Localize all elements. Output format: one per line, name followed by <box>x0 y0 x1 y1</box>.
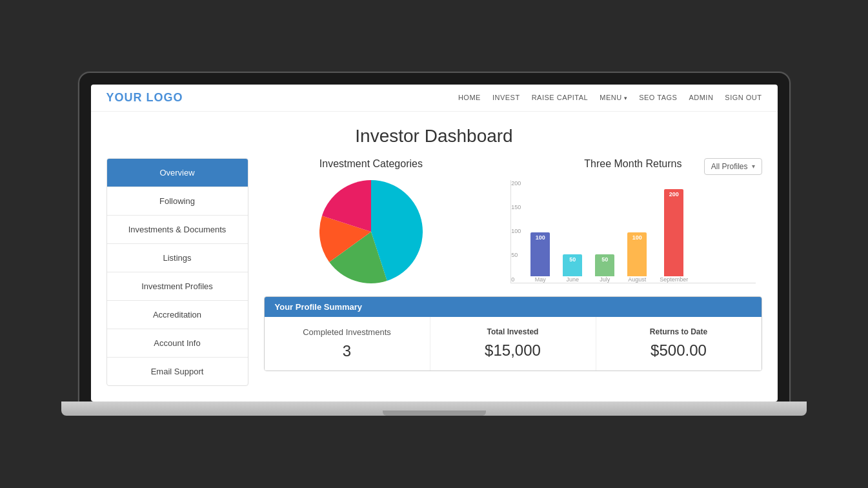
pie-chart-section: Investment Categories <box>264 158 479 283</box>
summary-cell-value: $500.00 <box>612 341 746 360</box>
summary-cell-value: 3 <box>280 342 414 360</box>
sidebar-item-following[interactable]: Following <box>107 187 248 216</box>
charts-row: Investment Categories Three Month Return… <box>264 158 762 283</box>
sidebar-item-overview[interactable]: Overview <box>107 159 248 187</box>
profiles-dropdown-container: All Profiles ▾ <box>704 158 762 175</box>
content-area: Investment Categories Three Month Return… <box>248 158 762 386</box>
sidebar-item-account-info[interactable]: Account Info <box>107 329 248 358</box>
bar-element: 50 <box>563 254 582 276</box>
bar-chart-section: Three Month Returns 200150100500 100May5… <box>504 158 762 283</box>
sidebar: OverviewFollowingInvestments & Documents… <box>106 158 248 386</box>
pie-chart-svg <box>319 180 423 283</box>
sidebar-item-accreditation[interactable]: Accreditation <box>107 301 248 329</box>
laptop-screen: YOUR LOGO HOMEINVESTRAISE CAPITALMENUSEO… <box>91 85 778 402</box>
summary-section: Your Profile Summary Completed Investmen… <box>264 296 762 371</box>
bar-value-label: 100 <box>632 234 642 241</box>
sidebar-item-listings[interactable]: Listings <box>107 244 248 272</box>
nav-link-invest[interactable]: INVEST <box>492 94 520 101</box>
summary-body: Completed Investments3Total Invested$15,… <box>265 317 762 371</box>
main-layout: OverviewFollowingInvestments & Documents… <box>91 158 778 402</box>
logo: YOUR LOGO <box>106 91 183 105</box>
bar-y-label: 0 <box>511 276 521 283</box>
pie-chart-title: Investment Categories <box>319 158 423 170</box>
page-title-section: Investor Dashboard <box>91 112 778 158</box>
bar-value-label: 50 <box>601 256 608 263</box>
bar-value-label: 50 <box>569 256 576 263</box>
bar-y-label: 100 <box>511 228 521 234</box>
top-nav: YOUR LOGO HOMEINVESTRAISE CAPITALMENUSEO… <box>91 85 778 112</box>
summary-cell-label: Returns to Date <box>612 327 746 336</box>
bar-element: 100 <box>627 232 647 276</box>
nav-link-home[interactable]: HOME <box>458 94 481 101</box>
sidebar-item-email-support[interactable]: Email Support <box>107 358 248 385</box>
nav-link-raise-capital[interactable]: RAISE CAPITAL <box>532 94 589 101</box>
bar-y-label: 150 <box>511 204 521 210</box>
summary-cell-0: Completed Investments3 <box>265 317 430 371</box>
nav-link-admin[interactable]: ADMIN <box>689 94 713 101</box>
laptop-bezel: YOUR LOGO HOMEINVESTRAISE CAPITALMENUSEO… <box>79 73 789 402</box>
nav-link-seo-tags[interactable]: SEO TAGS <box>639 94 677 101</box>
bar-col-august: 100August <box>627 180 647 283</box>
bar-col-june: 50June <box>563 180 582 283</box>
laptop-base <box>61 402 807 416</box>
nav-link-sign-out[interactable]: SIGN OUT <box>725 94 762 101</box>
bar-element: 200 <box>664 189 683 276</box>
sidebar-item-investment-profiles[interactable]: Investment Profiles <box>107 272 248 301</box>
sidebar-item-investments-documents[interactable]: Investments & Documents <box>107 216 248 244</box>
chevron-down-icon: ▾ <box>752 163 755 170</box>
bar-value-label: 100 <box>536 234 545 241</box>
page-title: Investor Dashboard <box>91 126 778 147</box>
profiles-dropdown-label: All Profiles <box>711 162 748 171</box>
nav-link-menu[interactable]: MENU <box>600 94 627 101</box>
bar-x-label: July <box>600 276 610 283</box>
summary-cell-label: Total Invested <box>446 327 580 336</box>
bar-chart-inner: 200150100500 100May50June50July100August… <box>510 180 755 283</box>
bar-col-may: 100May <box>530 180 550 283</box>
bar-chart-title: Three Month Returns <box>584 158 681 170</box>
bar-chart-container: 200150100500 100May50June50July100August… <box>504 180 762 283</box>
bar-value-label: 200 <box>669 191 679 198</box>
summary-cell-value: $15,000 <box>446 341 580 360</box>
bar-element: 50 <box>595 254 614 276</box>
bar-y-label: 50 <box>511 252 521 258</box>
bar-x-label: June <box>566 276 579 283</box>
bar-col-september: 200September <box>660 180 688 283</box>
summary-cell-1: Total Invested$15,000 <box>430 317 596 371</box>
bar-col-july: 50July <box>595 180 614 283</box>
bar-x-label: September <box>660 276 688 283</box>
nav-links: HOMEINVESTRAISE CAPITALMENUSEO TAGSADMIN… <box>458 94 762 101</box>
bar-x-label: May <box>535 276 546 283</box>
bar-y-label: 200 <box>511 180 521 187</box>
bar-element: 100 <box>530 232 550 276</box>
summary-header: Your Profile Summary <box>265 297 762 317</box>
bar-y-labels: 200150100500 <box>511 180 521 283</box>
laptop-wrapper: YOUR LOGO HOMEINVESTRAISE CAPITALMENUSEO… <box>79 73 789 416</box>
profiles-dropdown[interactable]: All Profiles ▾ <box>704 158 762 175</box>
summary-cell-label: Completed Investments <box>280 327 414 337</box>
bar-x-label: August <box>628 276 646 283</box>
summary-cell-2: Returns to Date$500.00 <box>596 317 762 371</box>
bar-columns: 100May50June50July100August200September <box>530 180 688 283</box>
